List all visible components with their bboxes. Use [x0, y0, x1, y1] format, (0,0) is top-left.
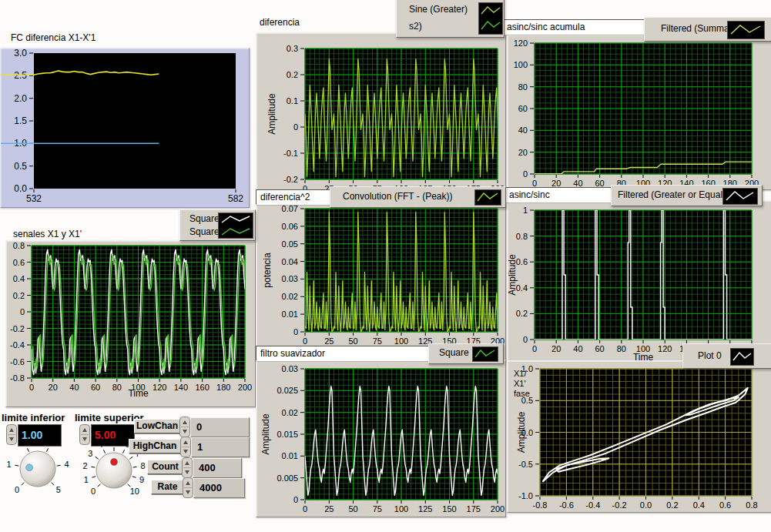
y-tick-label: 0.005	[277, 473, 298, 483]
y-tick-label: 1.5	[14, 115, 27, 126]
y-axis-label: Amplitude	[266, 93, 277, 135]
x-tick-label: 0.2	[666, 500, 678, 510]
spinner-icon	[180, 437, 191, 457]
senales-title: senales X1 y X1'	[13, 229, 82, 239]
acumula-label[interactable]: asinc/sinc acumula	[502, 19, 645, 35]
x-tick-label: 0.8	[746, 500, 757, 510]
y-tick-label: 0.2	[13, 291, 25, 300]
x-tick-label: 532	[26, 193, 42, 204]
knob-scale-label: 0	[15, 485, 19, 494]
rate-spinner[interactable]	[183, 477, 193, 501]
lowchan-field[interactable]: 0	[190, 417, 250, 437]
knob-ball[interactable]	[20, 451, 55, 487]
lowchan-value: 0	[196, 421, 202, 433]
senales-legend[interactable]: Square Square	[179, 209, 256, 241]
x-tick-label: 80	[617, 344, 626, 353]
diferencia2-label[interactable]: diferencia^2	[256, 189, 332, 205]
legend-row: Convolution (FFT - (Peak))	[343, 191, 452, 202]
y-tick-label: 100	[514, 60, 528, 69]
highchan-label: HighChan	[129, 439, 181, 453]
knob-scale-label: 3	[88, 449, 92, 458]
grid-line	[103, 450, 105, 453]
y-tick-label: 0.01	[282, 451, 298, 460]
diferencia2-chart: 02550751001251501752000.070.060.050.040.…	[256, 194, 506, 361]
x-tick-label: 175	[467, 504, 481, 514]
plot-style-icon[interactable]	[478, 2, 503, 35]
limite-inferior-label: limite inferior	[2, 412, 65, 423]
plot-style-icon[interactable]	[218, 212, 253, 239]
x-tick-label: 75	[373, 504, 382, 514]
knob-scale-label: 0	[91, 487, 96, 496]
knob-ball[interactable]	[96, 453, 132, 488]
x-tick-label: 75	[373, 336, 382, 346]
y-tick-label: 0	[20, 307, 25, 316]
asinc-legend[interactable]: Filtered (Greater or Equal)	[611, 185, 763, 206]
diferencia-title: diferencia	[260, 17, 300, 28]
x-tick-label: 0	[29, 383, 34, 392]
filtro-chart: 02550751001251501752000.030.0250.020.015…	[256, 360, 506, 517]
diferencia-chart: 02550751001251501752000.30.20.10-0.1-0.2…	[256, 32, 506, 198]
corner-label: X1'	[514, 379, 526, 388]
y-tick-label: 0	[293, 495, 298, 504]
limite-inferior-knob[interactable]: 012345	[0, 433, 82, 515]
knob-scale-label: 10	[130, 487, 139, 496]
y-tick-label: -0.1	[283, 149, 298, 158]
plot-style-icon[interactable]	[472, 346, 498, 362]
knob-scale-label: 1	[6, 460, 11, 469]
filtro-legend[interactable]: Square	[428, 343, 504, 364]
highchan-field[interactable]: 1	[191, 437, 250, 457]
fc-diferencia-chart: 5325823.02.52.01.51.00.50.0	[0, 48, 250, 208]
y-tick-label: 0.2	[287, 70, 298, 79]
asinc-label[interactable]: asinc/sinc	[505, 187, 612, 202]
acumula-chart: 0204060801001201401601802001201008060402…	[507, 35, 771, 190]
x-tick-label: 0	[532, 344, 537, 353]
y-axis-label: Amplitude	[508, 254, 518, 296]
x-tick-label: 100	[394, 336, 408, 346]
grid-line	[57, 465, 61, 466]
legend-row: Sine (Greater)	[409, 4, 468, 15]
corner-label: fase	[514, 389, 530, 398]
y-tick-label: 3.0	[14, 49, 27, 59]
grid-line	[15, 465, 18, 466]
knob-scale-label: 2	[82, 461, 87, 470]
x-tick-label: 0.4	[693, 500, 705, 510]
x-tick-label: 20	[49, 383, 58, 392]
plot-style-icon[interactable]	[730, 348, 754, 366]
y-tick-label: -0.5	[518, 460, 533, 469]
fase-chart: -0.8-0.6-0.4-0.20.00.20.40.60.81.00.50.0…	[507, 360, 771, 513]
y-tick-label: 0.5	[14, 161, 27, 172]
y-tick-label: 0.3	[287, 44, 298, 53]
acumula-legend[interactable]: Filtered (Summation)	[644, 17, 771, 42]
x-tick-label: -0.6	[559, 500, 574, 510]
grid-line	[96, 457, 99, 459]
plot-style-icon[interactable]	[722, 188, 758, 205]
y-tick-label: 0	[293, 122, 298, 132]
y-tick-label: 0	[293, 327, 298, 336]
y-tick-label: 0.02	[282, 292, 298, 301]
plot-style-icon[interactable]	[727, 21, 765, 39]
y-tick-label: 0.03	[282, 274, 298, 283]
knob-scale-label: 1	[84, 475, 89, 484]
count-field[interactable]: 400	[193, 458, 242, 478]
x-axis-label: Time	[128, 388, 149, 399]
fase-legend[interactable]: Plot 0	[682, 343, 771, 369]
x-tick-label: 140	[174, 383, 188, 392]
lowchan-label: LowChan	[134, 419, 180, 433]
y-tick-label: 0.8	[13, 241, 25, 250]
y-tick-label: 0.1	[287, 96, 298, 105]
count-label: Count	[147, 460, 183, 474]
grid-line	[122, 450, 124, 453]
x-tick-label: 120	[153, 383, 166, 392]
diferencia2-legend[interactable]: Convolution (FFT - (Peak))	[330, 186, 506, 208]
y-tick-label: 120	[514, 38, 528, 48]
diferencia-legend[interactable]: Sine (Greater) s2)	[396, 0, 505, 38]
x-tick-label: 180	[216, 383, 230, 392]
grid-line	[132, 477, 136, 478]
rate-field[interactable]: 4000	[193, 478, 245, 498]
x-tick-label: 25	[324, 336, 334, 346]
knob-scale-label: 2	[22, 438, 27, 447]
filtro-label[interactable]: filtro suavizador	[256, 346, 430, 361]
plot-style-icon[interactable]	[474, 189, 501, 206]
legend-row: Square	[439, 347, 469, 358]
y-axis-label: Amplitude	[260, 413, 271, 455]
